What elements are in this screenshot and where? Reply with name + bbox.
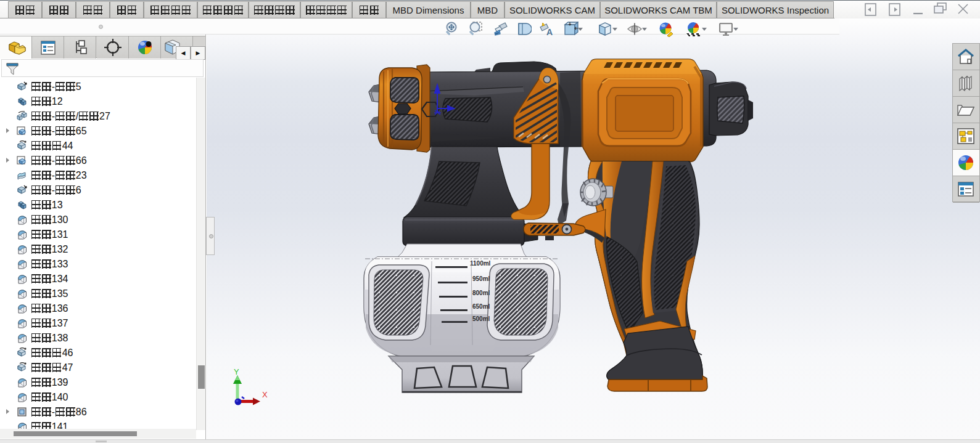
svg-text:1100ml: 1100ml: [470, 260, 491, 267]
svg-text:A: A: [546, 27, 553, 37]
svg-text:Y: Y: [234, 367, 239, 376]
svg-text:800ml: 800ml: [472, 290, 490, 296]
svg-text:650ml: 650ml: [472, 303, 490, 310]
svg-text:X: X: [262, 390, 268, 399]
svg-text:950ml: 950ml: [472, 275, 490, 282]
svg-text:500ml: 500ml: [472, 315, 490, 322]
